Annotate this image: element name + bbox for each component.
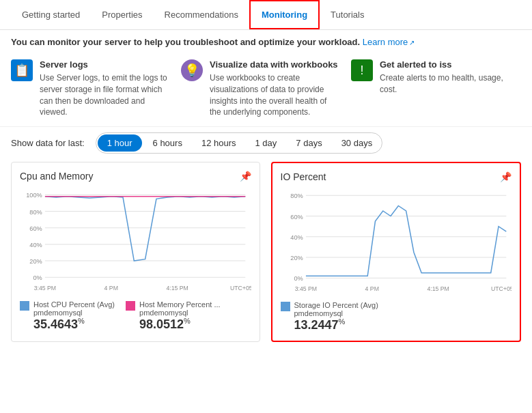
legend-label: Host Memory Percent ... [139,300,221,309]
legend-sublabel: pmdemomysql [294,309,378,317]
learn-more-link[interactable]: Learn more [363,37,415,47]
legend-color [20,301,29,311]
navigation: Getting startedPropertiesRecommendations… [0,0,532,30]
svg-text:3:45 PM: 3:45 PM [294,285,316,292]
chart-area: 80%60%40%20%0%3:45 PM4 PM4:15 PMUTC+05:3… [281,188,512,297]
legend-value: 35.4643% [33,317,115,332]
chart-header: Cpu and Memory 📌 [20,171,251,182]
pin-icon[interactable]: 📌 [500,171,512,182]
workbooks-icon: 💡 [181,59,203,81]
legend-label: Storage IO Percent (Avg) [294,301,378,309]
chart-header: IO Percent 📌 [281,171,512,182]
card-server-logs: 📋 Server logs Use Server logs, to emit t… [11,59,181,118]
time-options: 1 hour6 hours12 hours1 day7 days30 days [96,132,383,154]
legend-sublabel: pmdemomysql [33,309,115,317]
svg-text:100%: 100% [26,193,42,199]
chart-area: 100%80%60%40%20%0%3:45 PM4 PM4:15 PMUTC+… [20,187,251,296]
nav-item-recommendations[interactable]: Recommendations [154,1,249,28]
info-bar: You can monitor your server to help you … [0,30,532,54]
chart-title: IO Percent [281,171,326,182]
chart-cpu-memory: Cpu and Memory 📌 100%80%60%40%20%0%3:45 … [11,162,260,342]
legend-label: Host CPU Percent (Avg) [33,300,115,309]
server-logs-body: Server logs Use Server logs, to emit the… [40,59,170,118]
svg-text:80%: 80% [29,209,42,216]
legend-item: Host CPU Percent (Avg) pmdemomysql 35.46… [20,300,115,332]
chart-io-percent: IO Percent 📌 80%60%40%20%0%3:45 PM4 PM4:… [271,162,522,342]
svg-text:UTC+05:30: UTC+05:30 [490,285,512,292]
nav-item-getting-started[interactable]: Getting started [11,1,91,28]
svg-text:40%: 40% [290,234,303,241]
server-logs-text: Use Server logs, to emit the logs to ser… [40,72,170,118]
alerts-text: Create alerts to mo health, usage, cost. [380,72,510,96]
time-option-30-days[interactable]: 30 days [332,134,382,152]
svg-text:60%: 60% [290,214,303,220]
chart-svg: 80%60%40%20%0%3:45 PM4 PM4:15 PMUTC+05:3… [281,188,512,297]
alerts-title: Get alerted to iss [380,59,510,70]
time-option-1-day[interactable]: 1 day [246,134,287,152]
svg-text:3:45 PM: 3:45 PM [34,285,56,291]
svg-text:20%: 20% [29,258,42,265]
svg-text:4 PM: 4 PM [365,285,378,292]
workbooks-text: Use workbooks to create visualizations o… [210,72,340,118]
time-filter-label: Show data for last: [11,138,85,148]
server-logs-title: Server logs [40,59,170,70]
time-option-1-hour[interactable]: 1 hour [98,134,142,152]
time-option-12-hours[interactable]: 12 hours [192,134,246,152]
svg-text:4:15 PM: 4:15 PM [166,285,188,291]
nav-item-properties[interactable]: Properties [91,1,153,28]
alerts-body: Get alerted to iss Create alerts to mo h… [380,59,510,96]
svg-text:60%: 60% [29,225,42,232]
pin-icon[interactable]: 📌 [240,171,251,182]
legend-item: Host Memory Percent ... pmdemomysql 98.0… [126,300,221,332]
svg-text:80%: 80% [290,193,303,200]
chart-legend: Storage IO Percent (Avg) pmdemomysql 13.… [281,301,512,332]
legend-value: 13.2447% [294,317,378,332]
legend-color [281,302,290,311]
workbooks-title: Visualize data with workbooks [210,59,340,70]
legend-color [126,301,135,311]
charts-row: Cpu and Memory 📌 100%80%60%40%20%0%3:45 … [0,162,532,353]
cards-row: 📋 Server logs Use Server logs, to emit t… [0,54,532,126]
nav-item-tutorials[interactable]: Tutorials [320,1,375,28]
chart-svg: 100%80%60%40%20%0%3:45 PM4 PM4:15 PMUTC+… [20,187,251,296]
legend-value: 98.0512% [139,317,221,332]
time-option-6-hours[interactable]: 6 hours [143,134,192,152]
nav-item-monitoring[interactable]: Monitoring [249,0,320,29]
svg-text:4:15 PM: 4:15 PM [427,285,449,292]
legend-sublabel: pmdemomysql [139,309,221,317]
svg-text:20%: 20% [290,255,303,261]
alerts-icon: ! [351,59,373,81]
svg-text:0%: 0% [294,276,303,283]
svg-text:40%: 40% [29,242,42,248]
svg-text:0%: 0% [33,275,42,282]
time-filter: Show data for last: 1 hour6 hours12 hour… [0,126,532,162]
time-option-7-days[interactable]: 7 days [286,134,331,152]
info-text: You can monitor your server to help you … [11,37,360,47]
server-logs-icon: 📋 [11,59,33,81]
svg-text:4 PM: 4 PM [104,285,118,291]
chart-legend: Host CPU Percent (Avg) pmdemomysql 35.46… [20,300,251,332]
card-alerts: ! Get alerted to iss Create alerts to mo… [351,59,521,118]
legend-item: Storage IO Percent (Avg) pmdemomysql 13.… [281,301,378,332]
workbooks-body: Visualize data with workbooks Use workbo… [210,59,340,118]
card-workbooks: 💡 Visualize data with workbooks Use work… [181,59,351,118]
svg-text:UTC+05:30: UTC+05:30 [230,285,251,291]
chart-title: Cpu and Memory [20,171,93,182]
